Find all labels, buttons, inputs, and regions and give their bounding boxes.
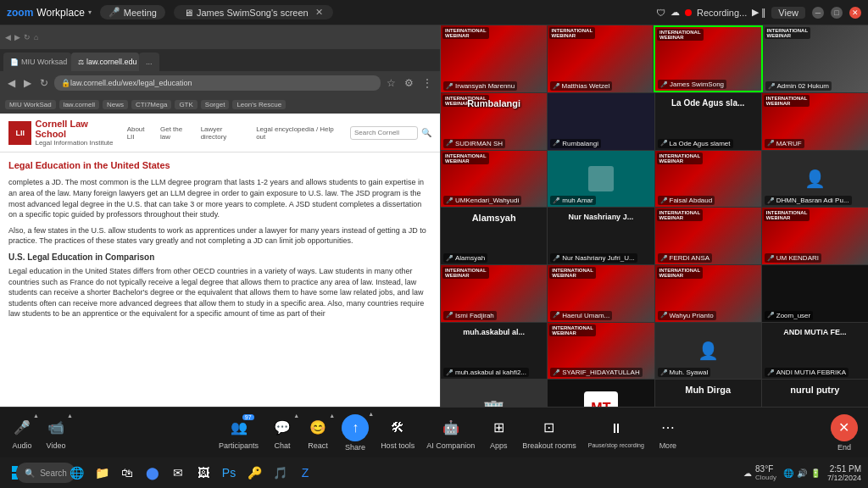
video-tile-nursyah[interactable]: Nur Nashriany J... 🎤Nur Nashriany Jufri_… bbox=[548, 208, 654, 264]
video-tile-umkendari[interactable]: INTERNATIONALWEBINAR 🎤UMKendari_Wahyudi bbox=[441, 151, 548, 208]
taskbar-app-ps[interactable]: Ps bbox=[217, 461, 241, 485]
taskbar-search-btn[interactable]: 🔍 Search bbox=[34, 461, 58, 485]
video-tile-dhmn[interactable]: 👤 🎤DHMN_Basran Adi Pu... bbox=[762, 151, 868, 208]
pause-recording-icon: ⏸ bbox=[604, 417, 628, 441]
cornell-search-input[interactable] bbox=[350, 126, 418, 140]
tile-big-nursyah: Nur Nashriany J... bbox=[548, 213, 654, 221]
browser-nav-forward[interactable]: ▶ bbox=[14, 33, 20, 42]
screen-close-btn[interactable]: ✕ bbox=[315, 7, 323, 18]
more-button[interactable]: ⋯ More bbox=[656, 416, 680, 450]
network-icon[interactable]: 🌐 bbox=[783, 469, 793, 478]
video-tile-ferdi[interactable]: INTERNATIONALWEBINAR 🎤FERDI ANSA bbox=[655, 208, 762, 264]
tile-big-muhdirga: Muh Dirga bbox=[655, 385, 761, 395]
bookmark-btn[interactable]: ☆ bbox=[384, 77, 398, 89]
menu-btn[interactable]: ⋮ bbox=[420, 77, 435, 89]
browser-tab-3[interactable]: ... bbox=[139, 53, 159, 71]
toolbar-chip-2[interactable]: law.cornell bbox=[59, 100, 99, 109]
video-tile-syarif[interactable]: INTERNATIONALWEBINAR 🎤SYARIF_HIDAYATULLA… bbox=[548, 323, 654, 380]
titlebar-dropdown[interactable]: ▾ bbox=[88, 8, 92, 16]
tile-name-maruf: 🎤MA'RUF bbox=[765, 139, 804, 148]
battery-icon[interactable]: 🔋 bbox=[810, 469, 821, 478]
video-tile-rumbalangi[interactable]: 🎤Rumbalangi bbox=[548, 93, 654, 150]
browser-refresh[interactable]: ↻ bbox=[24, 33, 31, 42]
browser-home[interactable]: ⌂ bbox=[34, 33, 38, 42]
video-label: Video bbox=[47, 441, 66, 450]
breakout-button[interactable]: ⊡ Breakout rooms bbox=[522, 416, 576, 450]
participants-icon: 👥97 bbox=[227, 416, 251, 440]
taskbar-app-edge[interactable]: 🌐 bbox=[64, 461, 88, 485]
host-tools-button[interactable]: 🛠 Host tools bbox=[381, 416, 415, 450]
taskbar-apps: 🌐 📁 🛍 ⬤ ✉ 🖼 Ps 🔑 🎵 Z bbox=[64, 461, 317, 485]
nav-about[interactable]: About LII bbox=[127, 125, 153, 141]
toolbar-chip-7[interactable]: Leon's Rescue bbox=[232, 100, 286, 109]
video-tile-haerul[interactable]: INTERNATIONALWEBINAR 🎤Haerul Umam... bbox=[548, 265, 654, 322]
taskbar-app-photo[interactable]: 🖼 bbox=[192, 461, 215, 485]
toolbar-chip-5[interactable]: GTK bbox=[175, 100, 197, 109]
volume-icon[interactable]: 🔊 bbox=[797, 469, 807, 478]
nav-law[interactable]: Get the law bbox=[160, 125, 194, 141]
toolbar-chip-1[interactable]: MIU WorkSad bbox=[5, 100, 56, 109]
tile-name-haerul: 🎤Haerul Umam... bbox=[550, 311, 612, 320]
video-tile-sudirman[interactable]: INTERNATIONALWEBINAR Rumbalangi 🎤SUDIRMA… bbox=[441, 93, 548, 150]
video-tile-umkendari2[interactable]: INTERNATIONALWEBINAR 🎤UM KENDARI bbox=[762, 208, 868, 264]
cornell-logo-text-wrap: Cornell Law School Legal Information Ins… bbox=[35, 119, 120, 147]
search-icon[interactable]: 🔍 bbox=[421, 128, 431, 137]
pause-recording-button[interactable]: ⏸ Pause/stop recording bbox=[588, 417, 644, 448]
ai-companion-button[interactable]: 🤖 AI Companion bbox=[426, 416, 475, 450]
toolbar-chip-4[interactable]: CTI7Mega bbox=[131, 100, 171, 109]
taskbar-app-keys[interactable]: 🔑 bbox=[242, 461, 266, 485]
end-button[interactable]: ✕ End bbox=[831, 414, 858, 452]
taskbar-clock[interactable]: 2:51 PM 7/12/2024 bbox=[827, 464, 861, 482]
video-tile-andi[interactable]: ANDI MUTIA FE... 🎤ANDI MUTIA FEBRIKA bbox=[762, 323, 868, 380]
extensions-btn[interactable]: ⚙ bbox=[402, 77, 416, 89]
ai-icon: 🤖 bbox=[439, 416, 463, 440]
audio-button[interactable]: 🎤▲ Audio bbox=[10, 416, 34, 450]
video-tile-ismi[interactable]: INTERNATIONALWEBINAR 🎤Ismi Fadjirah bbox=[441, 265, 548, 322]
taskbar-app-store[interactable]: 🛍 bbox=[115, 461, 139, 485]
video-tile-syawal[interactable]: 👤 🎤Muh. Syawal bbox=[655, 323, 762, 380]
taskbar-app-mail[interactable]: ✉ bbox=[166, 461, 190, 485]
video-tile-laode[interactable]: La Ode Agus sla... 🎤La Ode Agus slamet bbox=[655, 93, 762, 150]
minimize-button[interactable]: ─ bbox=[812, 7, 824, 19]
maximize-button[interactable]: □ bbox=[831, 7, 843, 19]
toolbar-chip-3[interactable]: News bbox=[103, 100, 128, 109]
taskbar-app-zoom[interactable]: Z bbox=[293, 461, 317, 485]
share-button[interactable]: ↑▲ Share bbox=[342, 414, 369, 452]
taskbar-app-file[interactable]: 📁 bbox=[90, 461, 114, 485]
toolbar-chip-6[interactable]: Sorget bbox=[201, 100, 230, 109]
video-tile-askabul[interactable]: muh.askabul al... 🎤muh.askabul al kahfi2… bbox=[441, 323, 548, 380]
chat-button[interactable]: 💬▲ Chat bbox=[270, 416, 294, 450]
refresh-btn[interactable]: ↻ bbox=[37, 77, 51, 89]
video-tile-admin02[interactable]: INTERNATIONALWEBINAR 🎤 Admin 02 Hukum bbox=[763, 25, 869, 92]
taskbar-app-chrome[interactable]: ⬤ bbox=[141, 461, 164, 485]
video-tile-alamsyah[interactable]: Alamsyah 🎤Alamsyah bbox=[441, 208, 548, 264]
browser-nav-back[interactable]: ◀ bbox=[5, 33, 11, 42]
forward-btn[interactable]: ▶ bbox=[21, 77, 34, 89]
screen-share-pill: 🖥 James SwimSong's screen ✕ bbox=[174, 5, 333, 19]
back-btn[interactable]: ◀ bbox=[5, 77, 18, 89]
browser-tab-1[interactable]: 📄 MIU Worksad bbox=[3, 53, 71, 71]
taskbar-app-music[interactable]: 🎵 bbox=[268, 461, 292, 485]
address-bar[interactable]: 🔒 law.cornell.edu/wex/legal_education bbox=[54, 75, 381, 91]
browser-extra-toolbar: MIU WorkSad law.cornell News CTI7Mega GT… bbox=[0, 95, 440, 114]
participants-button[interactable]: 👥97 Participants bbox=[219, 416, 259, 450]
apps-button[interactable]: ⊞ Apps bbox=[487, 416, 510, 450]
video-tile-zoomuser[interactable]: 🎤Zoom_user bbox=[762, 265, 868, 322]
close-button[interactable]: ✕ bbox=[849, 7, 861, 19]
browser-tab-2[interactable]: ⚖ law.cornell.edu bbox=[71, 53, 139, 71]
video-tile-matthias[interactable]: INTERNATIONALWEBINAR 🎤 Matthias Wetzel bbox=[548, 25, 654, 92]
tile-name-ferdi: 🎤FERDI ANSA bbox=[658, 253, 713, 263]
video-tile-irwansyah[interactable]: INTERNATIONALWEBINAR 🎤 Irwansyah Marennu bbox=[441, 25, 548, 92]
meeting-pill[interactable]: 🎤 Meeting bbox=[100, 5, 165, 19]
video-tile-faisal[interactable]: INTERNATIONALWEBINAR 🎤Faisal Abdaud bbox=[655, 151, 762, 208]
react-button[interactable]: 😊▲ React bbox=[306, 416, 330, 450]
nav-legal[interactable]: Legal encyclopedia / Help out bbox=[256, 125, 343, 141]
video-tile-james[interactable]: INTERNATIONALWEBINAR 🎤 James SwimSong bbox=[654, 25, 763, 92]
grid-row-6: muh.askabul al... 🎤muh.askabul al kahfi2… bbox=[441, 323, 868, 380]
video-tile-maruf[interactable]: INTERNATIONALWEBINAR 🎤MA'RUF bbox=[762, 93, 868, 150]
view-button[interactable]: View bbox=[771, 7, 805, 19]
video-tile-wahyu[interactable]: INTERNATIONALWEBINAR 🎤Wahyu Prianto bbox=[655, 265, 762, 322]
nav-lawyer[interactable]: Lawyer directory bbox=[201, 125, 250, 141]
video-button[interactable]: 📹▲ Video bbox=[44, 416, 68, 450]
video-tile-muhamar[interactable]: 🎤muh Amar bbox=[548, 151, 654, 208]
